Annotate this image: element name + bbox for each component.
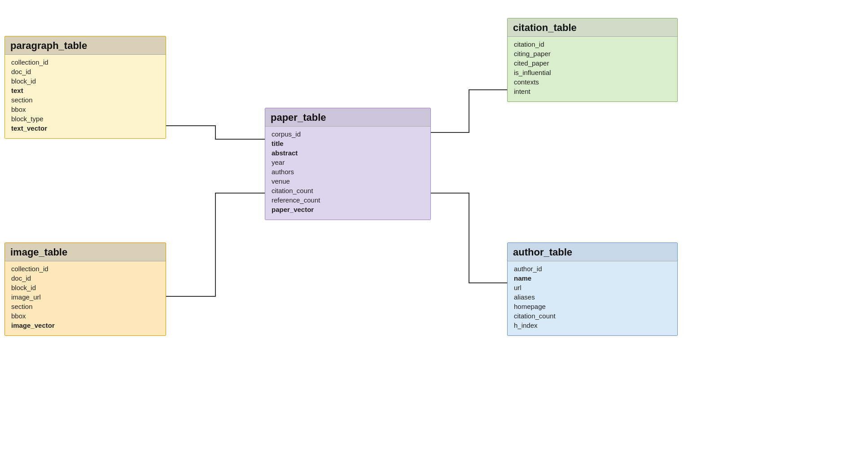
- field-collection-id: collection_id: [11, 57, 159, 67]
- image-table-header: image_table: [5, 243, 166, 261]
- citation-table-header: citation_table: [508, 18, 677, 37]
- field-citing-paper: citing_paper: [514, 49, 671, 58]
- field-bbox-img: bbox: [11, 311, 159, 321]
- field-image-vector: image_vector: [11, 321, 159, 330]
- field-block-id-img: block_id: [11, 283, 159, 292]
- field-collection-id-img: collection_id: [11, 264, 159, 273]
- field-contexts: contexts: [514, 77, 671, 87]
- paper-table: paper_table corpus_id title abstract yea…: [265, 108, 431, 220]
- field-citation-count: citation_count: [272, 186, 424, 195]
- field-is-influential: is_influential: [514, 68, 671, 77]
- field-cited-paper: cited_paper: [514, 58, 671, 68]
- field-doc-id: doc_id: [11, 67, 159, 76]
- field-section: section: [11, 95, 159, 105]
- field-aliases: aliases: [514, 292, 671, 302]
- citation-table-body: citation_id citing_paper cited_paper is_…: [508, 37, 677, 101]
- field-title: title: [272, 139, 424, 148]
- field-year: year: [272, 158, 424, 167]
- field-block-type: block_type: [11, 114, 159, 123]
- field-doc-id-img: doc_id: [11, 273, 159, 283]
- field-url: url: [514, 283, 671, 292]
- diagram-container: paragraph_table collection_id doc_id blo…: [0, 0, 868, 458]
- author-table-body: author_id name url aliases homepage cita…: [508, 261, 677, 335]
- field-bbox: bbox: [11, 105, 159, 114]
- field-name: name: [514, 273, 671, 283]
- field-h-index: h_index: [514, 321, 671, 330]
- field-intent: intent: [514, 87, 671, 96]
- field-venue: venue: [272, 176, 424, 186]
- field-reference-count: reference_count: [272, 195, 424, 205]
- paragraph-table: paragraph_table collection_id doc_id blo…: [4, 36, 166, 139]
- paragraph-table-body: collection_id doc_id block_id text secti…: [5, 55, 166, 138]
- field-text: text: [11, 86, 159, 95]
- field-citation-count-author: citation_count: [514, 311, 671, 321]
- field-homepage: homepage: [514, 302, 671, 311]
- image-table-body: collection_id doc_id block_id image_url …: [5, 261, 166, 335]
- author-table: author_table author_id name url aliases …: [507, 242, 678, 336]
- citation-table: citation_table citation_id citing_paper …: [507, 18, 678, 102]
- field-section-img: section: [11, 302, 159, 311]
- field-abstract: abstract: [272, 148, 424, 158]
- paper-table-body: corpus_id title abstract year authors ve…: [265, 127, 430, 220]
- field-authors: authors: [272, 167, 424, 176]
- field-citation-id: citation_id: [514, 40, 671, 49]
- field-paper-vector: paper_vector: [272, 205, 424, 214]
- field-text-vector: text_vector: [11, 123, 159, 133]
- image-table: image_table collection_id doc_id block_i…: [4, 242, 166, 336]
- paragraph-table-header: paragraph_table: [5, 36, 166, 55]
- field-author-id: author_id: [514, 264, 671, 273]
- field-block-id: block_id: [11, 76, 159, 86]
- field-corpus-id: corpus_id: [272, 129, 424, 139]
- author-table-header: author_table: [508, 243, 677, 261]
- field-image-url: image_url: [11, 292, 159, 302]
- paper-table-header: paper_table: [265, 108, 430, 127]
